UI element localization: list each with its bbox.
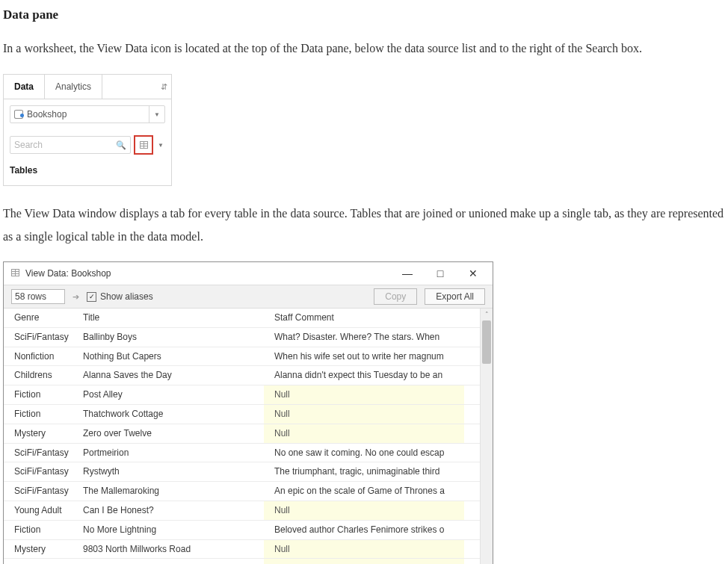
cell-title: Portmeirion <box>73 444 264 462</box>
cell-comment: When his wife set out to write her magnu… <box>264 347 464 366</box>
vertical-scrollbar[interactable]: ˄ ˅ <box>480 309 493 564</box>
cell-title: Thatchwork Cottage <box>73 405 264 424</box>
window-close-button[interactable]: ✕ <box>457 263 490 284</box>
table-row[interactable]: SciFi/FantasyPortmeirionNo one saw it co… <box>4 444 480 463</box>
show-aliases-checkbox[interactable]: ✓ Show aliases <box>87 288 153 306</box>
window-titlebar: View Data: Bookshop — □ ✕ <box>4 262 493 285</box>
scroll-up-icon[interactable]: ˄ <box>481 309 493 320</box>
section-heading: Data pane <box>3 3 725 27</box>
table-row[interactable]: SciFi/FantasyThe MallemarokingAn epic on… <box>4 482 480 501</box>
window-minimize-button[interactable]: — <box>391 263 424 284</box>
window-icon <box>11 265 19 282</box>
cell-title: Zero over Twelve <box>73 424 264 443</box>
table-row[interactable]: Young AdultCan I Be Honest?Null <box>4 501 480 521</box>
cell-title: Alanna Saves the Day <box>73 366 264 385</box>
tables-heading: Tables <box>10 162 165 179</box>
export-all-button[interactable]: Export All <box>425 288 485 305</box>
intro-paragraph-2: The View Data window displays a tab for … <box>3 202 725 248</box>
cell-comment: Null <box>264 501 464 520</box>
datasource-name: Bookshop <box>27 106 149 123</box>
search-placeholder: Search <box>14 137 116 154</box>
cell-title: Nothing But Capers <box>73 347 264 366</box>
tab-analytics[interactable]: Analytics <box>45 75 102 99</box>
cell-title: Ballinby Boys <box>73 328 264 347</box>
copy-button[interactable]: Copy <box>374 288 417 305</box>
cell-genre: Mystery <box>4 424 73 443</box>
cell-genre: Childrens <box>4 366 73 385</box>
datasource-icon <box>10 110 27 119</box>
cell-title: Rystwyth <box>73 462 264 481</box>
cell-genre: Fiction <box>4 405 73 424</box>
view-data-button[interactable] <box>134 135 153 155</box>
table-row[interactable]: FictionPost AlleyNull <box>4 385 480 405</box>
pane-menu-dropdown-icon[interactable]: ▼ <box>156 140 165 151</box>
cell-genre: Mystery <box>4 559 73 564</box>
cell-genre: Fiction <box>4 521 73 539</box>
table-row[interactable]: SciFi/FantasyRystwythThe triumphant, tra… <box>4 462 480 482</box>
cell-genre: Fiction <box>4 385 73 404</box>
datasource-dropdown-icon[interactable]: ▼ <box>149 106 164 123</box>
table-row[interactable]: FictionThatchwork CottageNull <box>4 405 480 424</box>
cell-comment: An epic on the scale of Game of Thrones … <box>264 482 464 501</box>
cell-comment: What? Disaster. Where? The stars. When <box>264 328 464 347</box>
table-row[interactable]: MysteryThe Winchcombe Railway Museum Hei… <box>4 559 480 564</box>
cell-comment: Null <box>264 405 464 424</box>
row-limit-input[interactable]: 58 rows <box>11 289 65 304</box>
window-title: View Data: Bookshop <box>25 265 111 282</box>
cell-genre: Mystery <box>4 540 73 559</box>
cell-comment: No one saw it coming. No one could escap <box>264 444 464 462</box>
cell-genre: Nonfiction <box>4 347 73 366</box>
view-data-icon <box>140 141 148 149</box>
grid-header-row: Genre Title Staff Comment <box>4 309 480 328</box>
cell-title: The Mallemaroking <box>73 482 264 501</box>
cell-comment: Null <box>264 424 464 443</box>
cell-genre: SciFi/Fantasy <box>4 482 73 501</box>
sort-icon[interactable]: ⇵ <box>156 75 171 99</box>
tab-data[interactable]: Data <box>4 75 45 99</box>
cell-title: 9803 North Millworks Road <box>73 540 264 559</box>
col-header-comment[interactable]: Staff Comment <box>264 309 464 327</box>
col-header-genre[interactable]: Genre <box>4 309 73 327</box>
cell-comment: The triumphant, tragic, unimaginable thi… <box>264 462 464 481</box>
view-data-window: View Data: Bookshop — □ ✕ 58 rows ➔ ✓ Sh… <box>3 261 493 564</box>
cell-title: No More Lightning <box>73 521 264 539</box>
show-aliases-label: Show aliases <box>100 288 153 306</box>
table-row[interactable]: NonfictionNothing But CapersWhen his wif… <box>4 347 480 367</box>
data-grid: Genre Title Staff Comment SciFi/FantasyB… <box>4 309 480 564</box>
checkbox-icon: ✓ <box>87 292 96 302</box>
cell-comment: Beloved author Charles Fenimore strikes … <box>264 521 464 539</box>
cell-comment: Null <box>264 385 464 404</box>
apply-rows-icon[interactable]: ➔ <box>73 289 79 305</box>
cell-genre: SciFi/Fantasy <box>4 462 73 481</box>
cell-comment: Null <box>264 559 464 564</box>
cell-comment: Null <box>264 540 464 559</box>
table-row[interactable]: SciFi/FantasyBallinby BoysWhat? Disaster… <box>4 328 480 347</box>
datasource-selector[interactable]: Bookshop ▼ <box>10 105 165 123</box>
search-input[interactable]: Search 🔍 <box>10 136 131 154</box>
window-maximize-button[interactable]: □ <box>424 263 457 284</box>
cell-comment: Alanna didn't expect this Tuesday to be … <box>264 366 464 385</box>
cell-title: Post Alley <box>73 385 264 404</box>
table-row[interactable]: FictionNo More LightningBeloved author C… <box>4 521 480 540</box>
table-row[interactable]: Mystery9803 North Millworks RoadNull <box>4 540 480 560</box>
pane-tab-strip: Data Analytics ⇵ <box>4 75 171 100</box>
cell-genre: Young Adult <box>4 501 73 520</box>
col-header-title[interactable]: Title <box>73 309 264 327</box>
cell-genre: SciFi/Fantasy <box>4 328 73 347</box>
cell-title: Can I Be Honest? <box>73 501 264 520</box>
cell-title: The Winchcombe Railway Museum Heist <box>73 559 264 564</box>
table-row[interactable]: MysteryZero over TwelveNull <box>4 424 480 444</box>
cell-genre: SciFi/Fantasy <box>4 444 73 462</box>
toolbar: 58 rows ➔ ✓ Show aliases Copy Export All <box>4 285 493 309</box>
table-row[interactable]: ChildrensAlanna Saves the DayAlanna didn… <box>4 366 480 385</box>
data-pane: Data Analytics ⇵ Bookshop ▼ Search 🔍 ▼ T… <box>3 74 172 187</box>
search-icon: 🔍 <box>116 137 126 153</box>
scroll-thumb[interactable] <box>482 320 491 364</box>
intro-paragraph-1: In a worksheet, the View Data icon is lo… <box>3 37 725 60</box>
